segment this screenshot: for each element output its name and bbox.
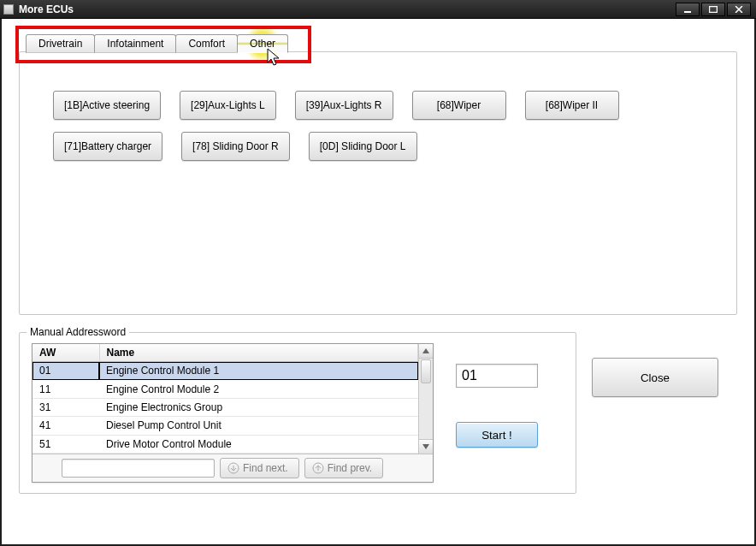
ecu-btn-29-aux-lights-l[interactable]: [29]Aux-Lights L (180, 91, 276, 120)
table-search-input[interactable] (62, 459, 215, 478)
cell-aw: 51 (32, 435, 99, 453)
table-row[interactable]: 41 Diesel Pump Control Unit (32, 417, 418, 435)
cell-aw: 01 (32, 362, 99, 380)
table-row[interactable]: 31 Engine Electronics Group (32, 398, 418, 416)
arrow-down-circle-icon (227, 462, 239, 474)
svg-rect-0 (684, 11, 691, 13)
table-search-bar: Find next. Find prev. (32, 454, 433, 482)
cell-name: Engine Electronics Group (99, 398, 418, 416)
cell-name: Engine Control Module 1 (99, 362, 418, 380)
ecu-button-grid: [1B]Active steering [29]Aux-Lights L [39… (53, 91, 729, 161)
scroll-thumb[interactable] (421, 359, 431, 383)
tab-comfort[interactable]: Comfort (175, 34, 238, 53)
find-prev-button[interactable]: Find prev. (304, 458, 383, 478)
tabbar: Drivetrain Infotainment Comfort Other (26, 34, 287, 53)
table-row[interactable]: 51 Drive Motor Control Module (32, 435, 418, 453)
close-button[interactable]: Close (592, 358, 718, 397)
cell-aw: 31 (32, 398, 99, 416)
ecu-btn-78-sliding-door-r[interactable]: [78] Sliding Door R (181, 132, 290, 161)
manual-addressword-fieldset: Manual Addressword AW Name (19, 332, 576, 494)
table-row[interactable]: 11 Engine Control Module 2 (32, 380, 418, 398)
scroll-down-icon[interactable] (419, 439, 433, 454)
minimize-button[interactable] (676, 3, 700, 16)
cell-name: Diesel Pump Control Unit (99, 417, 418, 435)
find-prev-label: Find prev. (328, 462, 372, 474)
address-table: AW Name 01 Engine Control Module 1 (32, 343, 434, 483)
window-body: Drivetrain Infotainment Comfort Other [1… (0, 19, 756, 546)
close-window-button[interactable] (727, 3, 751, 16)
ecu-btn-0d-sliding-door-l[interactable]: [0D] Sliding Door L (309, 132, 417, 161)
start-button[interactable]: Start ! (456, 422, 538, 448)
cell-aw: 41 (32, 417, 99, 435)
tab-infotainment[interactable]: Infotainment (94, 34, 176, 53)
address-input[interactable] (456, 364, 538, 388)
tab-drivetrain[interactable]: Drivetrain (26, 34, 95, 53)
ecu-btn-68-wiper[interactable]: [68]Wiper (412, 91, 506, 120)
tab-other[interactable]: Other (237, 34, 288, 53)
cell-aw: 11 (32, 380, 99, 398)
find-next-label: Find next. (243, 462, 288, 474)
vertical-scrollbar[interactable] (418, 344, 433, 454)
manual-addressword-legend: Manual Addressword (27, 326, 129, 338)
cell-name: Engine Control Module 2 (99, 380, 418, 398)
ecu-panel: Drivetrain Infotainment Comfort Other [1… (19, 33, 737, 315)
table-row[interactable]: 01 Engine Control Module 1 (32, 362, 418, 380)
col-aw[interactable]: AW (32, 344, 99, 362)
titlebar: More ECUs (0, 0, 756, 19)
col-name[interactable]: Name (99, 344, 418, 362)
app-icon (3, 4, 14, 15)
arrow-up-circle-icon (312, 462, 324, 474)
ecu-btn-71-battery-charger[interactable]: [71]Battery charger (53, 132, 162, 161)
maximize-button[interactable] (701, 3, 725, 16)
svg-rect-1 (710, 6, 718, 12)
cell-name: Drive Motor Control Module (99, 435, 418, 453)
ecu-btn-68-wiper-ii[interactable]: [68]Wiper II (525, 91, 619, 120)
scroll-up-icon[interactable] (419, 344, 433, 359)
ecu-btn-1b-active-steering[interactable]: [1B]Active steering (53, 91, 161, 120)
find-next-button[interactable]: Find next. (220, 458, 299, 478)
ecu-btn-39-aux-lights-r[interactable]: [39]Aux-Lights R (295, 91, 393, 120)
window-title: More ECUs (19, 3, 74, 15)
lower-area: Manual Addressword AW Name (19, 332, 737, 494)
